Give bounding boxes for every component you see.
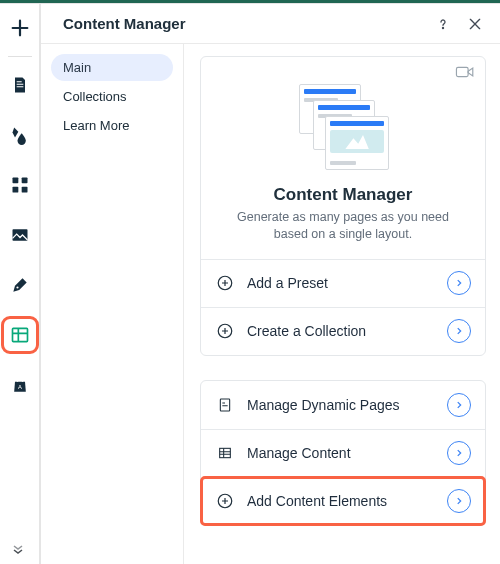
content-manager-icon[interactable] [4,319,36,351]
panel: Content Manager Main Collections Learn M… [40,3,500,564]
content-area: Content Manager Generate as many pages a… [184,44,500,564]
chevron-right-icon [447,271,471,295]
row-label: Add a Preset [247,275,435,291]
header-actions [432,13,486,35]
svg-rect-4 [12,229,27,241]
panel-body: Main Collections Learn More [41,44,500,564]
video-icon[interactable] [455,65,475,81]
pen-icon[interactable] [4,269,36,301]
svg-rect-1 [21,178,27,184]
grid-icon [215,443,235,463]
row-manage-dynamic-pages[interactable]: Manage Dynamic Pages [201,381,485,429]
image-icon[interactable] [4,219,36,251]
side-nav: Main Collections Learn More [41,44,184,564]
plus-circle-icon [215,491,235,511]
hero-card: Content Manager Generate as many pages a… [200,56,486,356]
row-manage-content[interactable]: Manage Content [201,429,485,477]
chevron-right-icon [447,319,471,343]
svg-point-5 [16,286,18,288]
apps-icon[interactable] [4,169,36,201]
svg-rect-9 [456,67,468,76]
sidenav-item-learn-more[interactable]: Learn More [51,112,173,139]
panel-header: Content Manager [41,4,500,44]
secondary-card: Manage Dynamic Pages Manage Content [200,380,486,526]
svg-text:A: A [18,384,22,390]
close-icon[interactable] [464,13,486,35]
hero-subtitle: Generate as many pages as you need based… [217,209,469,259]
help-icon[interactable] [432,13,454,35]
plus-circle-icon [215,273,235,293]
svg-rect-13 [220,449,231,458]
divider [8,56,32,57]
row-create-collection[interactable]: Create a Collection [201,307,485,355]
svg-rect-6 [12,328,27,341]
page-icon[interactable] [4,69,36,101]
svg-rect-12 [220,399,229,411]
svg-rect-3 [21,187,27,193]
row-label: Manage Dynamic Pages [247,397,435,413]
hero: Content Manager Generate as many pages a… [201,57,485,259]
row-label: Add Content Elements [247,493,435,509]
svg-rect-0 [12,178,18,184]
row-add-content-elements[interactable]: Add Content Elements [201,477,485,525]
theme-icon[interactable] [4,119,36,151]
add-icon[interactable] [4,12,36,44]
plus-circle-icon [215,321,235,341]
store-icon[interactable]: A [4,369,36,401]
page-icon [215,395,235,415]
chevron-right-icon [447,393,471,417]
chevron-right-icon [447,441,471,465]
hero-illustration [217,79,469,173]
svg-rect-2 [12,187,18,193]
chevron-right-icon [447,489,471,513]
svg-point-8 [442,27,443,28]
panel-title: Content Manager [63,15,186,32]
chevron-down-icon[interactable] [12,543,28,558]
sidenav-item-main[interactable]: Main [51,54,173,81]
hero-title: Content Manager [217,185,469,205]
sidenav-item-collections[interactable]: Collections [51,83,173,110]
row-add-preset[interactable]: Add a Preset [201,259,485,307]
left-toolbar: A [0,3,40,564]
row-label: Manage Content [247,445,435,461]
row-label: Create a Collection [247,323,435,339]
